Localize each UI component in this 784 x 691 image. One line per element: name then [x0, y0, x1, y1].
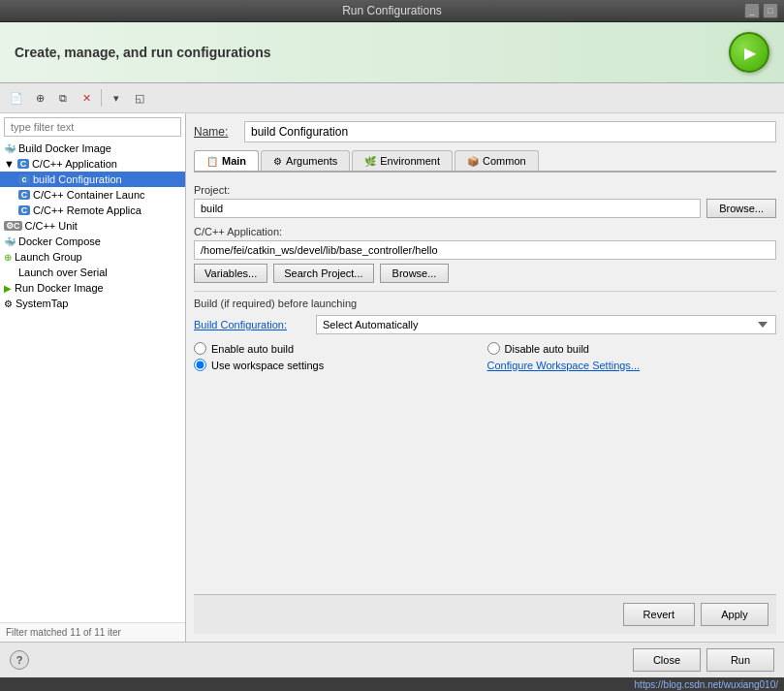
enable-auto-build-row: Enable auto build — [194, 342, 484, 355]
use-workspace-label: Use workspace settings — [211, 360, 324, 371]
left-panel: 🐳 Build Docker Image ▼ C C/C++ Applicati… — [0, 113, 186, 642]
tree-item-run-docker-image[interactable]: ▶ Run Docker Image — [0, 280, 185, 296]
app-input[interactable] — [194, 240, 776, 260]
run-docker-icon: ▶ — [4, 283, 12, 294]
build-divider — [194, 291, 776, 292]
tree-label: SystemTap — [16, 298, 68, 309]
minimize-btn[interactable]: _ — [744, 3, 760, 18]
new-config-btn[interactable]: 📄 — [6, 87, 27, 109]
tree-label: Docker Compose — [18, 236, 101, 247]
docker-icon: 🐳 — [4, 143, 16, 154]
disable-auto-build-row: Disable auto build — [487, 342, 777, 355]
expand-icon: ▼ — [4, 158, 15, 170]
project-label: Project: — [194, 184, 776, 196]
variables-btn[interactable]: Variables... — [194, 264, 267, 283]
tree-label: C/C++ Container Launc — [33, 189, 145, 201]
tab-main-label: Main — [222, 155, 246, 167]
tree-item-build-docker-image[interactable]: 🐳 Build Docker Image — [0, 141, 185, 156]
duplicate-btn[interactable]: ⧉ — [52, 87, 74, 109]
name-row: Name: — [194, 121, 776, 142]
config-tree: 🐳 Build Docker Image ▼ C C/C++ Applicati… — [0, 141, 185, 622]
help-btn[interactable]: ? — [10, 650, 29, 670]
filter-input[interactable] — [4, 117, 181, 137]
main-dialog: Create, manage, and run configurations 📄… — [0, 22, 784, 691]
tree-label: Run Docker Image — [15, 282, 104, 294]
app-row: C/C++ Application: Variables... Search P… — [194, 226, 776, 283]
tab-common[interactable]: 📦 Common — [455, 150, 539, 171]
footer-right: Close Run — [633, 648, 774, 672]
configure-workspace-link[interactable]: Configure Workspace Settings... — [487, 360, 641, 371]
tab-main[interactable]: 📋 Main — [194, 150, 259, 171]
tab-common-label: Common — [483, 155, 526, 167]
filter-btn[interactable]: ▾ — [106, 87, 127, 109]
name-input[interactable] — [244, 121, 776, 142]
project-row: Project: Browse... — [194, 184, 776, 218]
tree-item-launch-serial[interactable]: Launch over Serial — [0, 265, 185, 280]
title-bar: Run Configurations _ □ — [0, 0, 784, 22]
tree-item-build-configuration[interactable]: c build Configuration — [0, 172, 185, 187]
tree-item-c-cpp-container[interactable]: C C/C++ Container Launc — [0, 187, 185, 203]
right-panel: Name: 📋 Main ⚙ Arguments 🌿 Environment — [186, 113, 784, 642]
tree-item-c-cpp-remote[interactable]: C C/C++ Remote Applica — [0, 203, 185, 218]
app-buttons-row: Variables... Search Project... Browse... — [194, 264, 776, 283]
tree-item-c-cpp-unit[interactable]: ⚙C C/C++ Unit — [0, 218, 185, 234]
project-browse-btn[interactable]: Browse... — [706, 199, 776, 218]
disable-auto-build-label: Disable auto build — [505, 343, 589, 355]
window-controls: _ □ — [744, 3, 778, 18]
delete-btn[interactable]: ✕ — [76, 87, 97, 109]
action-buttons: Revert Apply — [194, 594, 776, 634]
tree-label: Build Docker Image — [18, 142, 111, 154]
main-tab-icon: 📋 — [206, 156, 218, 167]
tree-item-launch-group[interactable]: ⊕ Launch Group — [0, 249, 185, 265]
search-project-btn[interactable]: Search Project... — [273, 264, 373, 283]
build-section-title: Build (if required) before launching — [194, 298, 776, 309]
app-label: C/C++ Application: — [194, 226, 776, 237]
c-sub-icon: C — [18, 205, 30, 215]
enable-auto-build-label: Enable auto build — [211, 343, 294, 355]
docker-compose-icon: 🐳 — [4, 236, 16, 247]
tab-arguments[interactable]: ⚙ Arguments — [261, 150, 350, 171]
systemtap-icon: ⚙ — [4, 298, 13, 309]
tab-environment[interactable]: 🌿 Environment — [352, 150, 453, 171]
common-tab-icon: 📦 — [467, 156, 479, 167]
c-sub-icon: c — [18, 174, 30, 184]
tree-label: Launch Group — [15, 251, 82, 263]
cg-icon: ⚙C — [4, 221, 22, 231]
new-type-btn[interactable]: ⊕ — [29, 87, 50, 109]
revert-btn[interactable]: Revert — [623, 603, 695, 626]
env-tab-icon: 🌿 — [364, 156, 376, 167]
collapse-btn[interactable]: ◱ — [129, 87, 150, 109]
url-text: https://blog.csdn.net/wuxiang010/ — [635, 679, 778, 690]
apply-btn[interactable]: Apply — [701, 603, 768, 626]
project-input[interactable] — [194, 199, 701, 218]
use-workspace-radio[interactable] — [194, 359, 206, 371]
build-options-grid: Enable auto build Disable auto build Use… — [194, 342, 776, 371]
name-label: Name: — [194, 125, 236, 139]
tree-item-docker-compose[interactable]: 🐳 Docker Compose — [0, 234, 185, 249]
toolbar: 📄 ⊕ ⧉ ✕ ▾ ◱ — [0, 83, 784, 113]
launch-group-icon: ⊕ — [4, 252, 12, 263]
configure-workspace-row: Configure Workspace Settings... — [487, 359, 777, 371]
tree-label: C/C++ Application — [32, 158, 117, 170]
maximize-btn[interactable]: □ — [763, 3, 778, 18]
run-btn[interactable]: Run — [706, 648, 774, 672]
status-bar: https://blog.csdn.net/wuxiang010/ — [0, 677, 784, 691]
dialog-title: Create, manage, and run configurations — [15, 45, 271, 60]
tree-item-c-cpp-application[interactable]: ▼ C C/C++ Application — [0, 156, 185, 172]
tab-arguments-label: Arguments — [286, 155, 337, 167]
dialog-footer: ? Close Run — [0, 642, 784, 677]
app-browse-btn[interactable]: Browse... — [380, 264, 450, 283]
run-icon-button[interactable] — [729, 32, 769, 73]
tree-item-systemtap[interactable]: ⚙ SystemTap — [0, 296, 185, 311]
tree-label: C/C++ Remote Applica — [33, 204, 141, 216]
content-area: 🐳 Build Docker Image ▼ C C/C++ Applicati… — [0, 113, 784, 642]
project-input-row: Browse... — [194, 199, 776, 218]
toolbar-separator — [101, 89, 102, 107]
build-config-row: Build Configuration: Select Automaticall… — [194, 315, 776, 334]
disable-auto-build-radio[interactable] — [487, 342, 500, 355]
build-config-select[interactable]: Select Automatically Debug Release — [316, 315, 776, 334]
build-config-label[interactable]: Build Configuration: — [194, 319, 310, 330]
c-sub-icon: C — [18, 190, 30, 200]
enable-auto-build-radio[interactable] — [194, 342, 206, 355]
close-btn[interactable]: Close — [633, 648, 701, 672]
